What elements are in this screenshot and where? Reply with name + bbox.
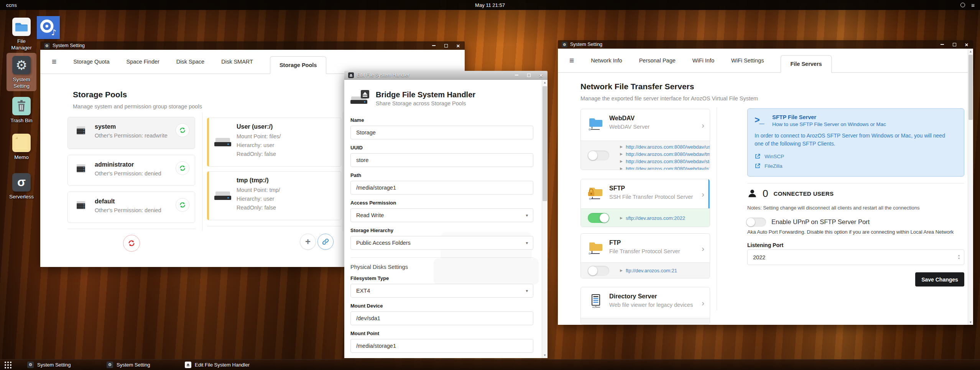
pool-card-default[interactable]: default Other's Permission: denied <box>67 192 195 223</box>
serverless-icon: σ <box>12 173 31 192</box>
desktop-icon-serverless[interactable]: σ Serverless <box>7 173 36 200</box>
page-subtitle: Manage system and permission group stora… <box>73 103 202 110</box>
taskbar-item-edit-fsh[interactable]: Edit File System Handler <box>185 360 250 370</box>
reload-pools-button[interactable] <box>123 235 140 252</box>
link-bullet-icon: ▶ <box>620 158 623 165</box>
storage-hierarchy-select[interactable]: Public Access Folders ▾ <box>350 236 533 250</box>
ftp-url-link[interactable]: ftp://dev.arozos.com:21 <box>626 267 677 274</box>
webdav-url-link[interactable]: http://dev.arozos.com:8080/webdav/tmp <box>626 151 710 158</box>
filesystem-type-select[interactable]: EXT4 ▾ <box>350 284 533 298</box>
desktop-icon-memo[interactable]: Memo <box>7 134 36 161</box>
chevron-right-icon[interactable]: › <box>702 190 704 199</box>
tab-disk-smart[interactable]: Disk SMART <box>221 59 253 65</box>
add-bridge-button[interactable]: + <box>300 234 316 250</box>
scroll-up-button[interactable]: ▲ <box>542 80 548 85</box>
scroll-down-button[interactable]: ▼ <box>968 319 973 325</box>
hamburger-menu-button[interactable]: ≡ <box>569 56 574 65</box>
app-launcher-button[interactable] <box>5 362 12 368</box>
filezilla-link[interactable]: FileZilla <box>765 163 783 169</box>
minimize-button[interactable] <box>431 43 436 48</box>
hamburger-menu-button[interactable]: ≡ <box>52 57 56 66</box>
mount-point-input[interactable] <box>350 339 533 353</box>
tab-network-info[interactable]: Network Info <box>591 57 622 64</box>
mount-device-input[interactable] <box>350 311 533 325</box>
status-circle-icon[interactable] <box>960 3 965 7</box>
webdav-folder-icon <box>587 115 605 134</box>
server-card-footer <box>581 318 710 324</box>
path-input[interactable] <box>350 181 533 195</box>
sftp-url-link[interactable]: sftp://dev.arozos.com:2022 <box>626 214 685 222</box>
maximize-button[interactable] <box>526 72 531 78</box>
fsh-title: Bridge File System Handler <box>376 90 475 99</box>
tab-file-servers[interactable]: File Servers <box>781 55 831 73</box>
menu-icon[interactable]: ≡ <box>971 2 975 8</box>
sftp-toggle[interactable] <box>588 213 609 223</box>
close-button[interactable]: × <box>455 43 461 48</box>
scrollbar[interactable]: ▲ ▼ <box>968 49 973 325</box>
divider <box>717 107 717 310</box>
desktop-icon-file-manager[interactable]: File Manager <box>7 18 36 51</box>
minimize-button[interactable] <box>939 42 945 47</box>
tab-disk-space[interactable]: Disk Space <box>176 59 204 65</box>
window-titlebar[interactable]: ⚙ System Setting × <box>40 41 465 50</box>
tab-storage-pools[interactable]: Storage Pools <box>270 56 327 74</box>
webdav-url-link[interactable]: http://dev.arozos.com:8080/webdav/user <box>626 143 710 151</box>
winscp-link[interactable]: WinSCP <box>765 154 784 159</box>
taskbar-item-system-setting-2[interactable]: ⚙ System Setting <box>107 360 150 370</box>
name-input[interactable] <box>350 126 533 139</box>
bridge-card-tmp[interactable]: tmp (tmp:/) Mount Point: tmp/ Hierarchy:… <box>207 171 341 220</box>
desktop-icon-trash-bin[interactable]: Trash Bin <box>7 97 36 124</box>
access-permission-select[interactable]: Read Write ▾ <box>350 208 533 222</box>
save-changes-button[interactable]: Save Changes <box>915 272 964 287</box>
ftp-toggle[interactable] <box>588 266 609 276</box>
chevron-right-icon[interactable]: › <box>702 244 704 253</box>
bridge-readonly: ReadOnly: false <box>237 205 276 211</box>
close-button[interactable]: × <box>964 42 969 47</box>
maximize-button[interactable] <box>443 43 449 48</box>
bridge-hierarchy: Hierarchy: user <box>237 142 274 148</box>
scroll-thumb[interactable] <box>968 55 973 120</box>
scroll-up-button[interactable]: ▲ <box>968 49 973 54</box>
tab-storage-quota[interactable]: Storage Quota <box>73 59 109 65</box>
pool-card-administrator[interactable]: administrator Other's Permission: denied <box>67 155 195 186</box>
chevron-right-icon[interactable]: › <box>702 121 704 130</box>
server-card-directory[interactable]: Directory Server Web file viewer for leg… <box>580 287 710 325</box>
upnp-toggle[interactable] <box>746 218 766 227</box>
tab-personal-page[interactable]: Personal Page <box>639 57 676 64</box>
server-card-ftp[interactable]: FTP File Transfer Protocol Server › ▶ftp… <box>580 233 710 278</box>
maximize-button[interactable] <box>952 42 957 47</box>
window-titlebar[interactable]: ⚙ System Setting × <box>558 40 973 49</box>
trash-bin-icon <box>12 97 31 115</box>
directory-list-icon <box>587 293 605 312</box>
refresh-pool-button[interactable] <box>176 161 189 175</box>
taskbar-item-system-setting-1[interactable]: ⚙ System Setting <box>27 360 71 370</box>
file-manager-icon <box>12 18 31 36</box>
desktop-icon-system-setting[interactable]: ⚙ System Setting <box>7 56 36 90</box>
tab-wifi-info[interactable]: WiFi Info <box>692 57 714 64</box>
refresh-pool-button[interactable] <box>176 123 189 137</box>
info-subtitle: How to use SFTP File Server on Windows o… <box>772 121 886 127</box>
window-system-setting-fileservers: ⚙ System Setting × ≡ Network Info Person… <box>558 40 973 325</box>
scroll-down-button[interactable]: ▼ <box>542 352 548 358</box>
minimize-button[interactable] <box>514 72 519 78</box>
tab-wifi-settings[interactable]: WiFi Settings <box>731 57 764 64</box>
bridge-card-user[interactable]: User (user:/) Mount Point: files/ Hierar… <box>207 118 341 167</box>
desktop-icon-music[interactable]: ♪ <box>37 16 60 39</box>
link-bridge-button[interactable] <box>317 234 334 250</box>
port-stepper[interactable]: ▴▾ <box>958 254 960 260</box>
listening-port-input[interactable] <box>747 249 964 265</box>
bridge-name: tmp (tmp:/) <box>237 177 269 184</box>
server-card-webdav[interactable]: WebDAV WebDAV Server › ▶http://dev.arozo… <box>580 109 710 170</box>
scroll-thumb[interactable] <box>543 86 547 201</box>
pool-card-system[interactable]: system Other's Permission: readwrite <box>67 117 195 149</box>
webdav-url-link[interactable]: http://dev.arozos.com:8080/webdav/store <box>626 158 710 165</box>
refresh-pool-button[interactable] <box>176 198 189 212</box>
tab-space-finder[interactable]: Space Finder <box>127 59 159 65</box>
server-card-sftp[interactable]: SFTP SSH File Transfer Protocol Server ›… <box>580 179 710 227</box>
close-button[interactable]: × <box>538 72 544 78</box>
uuid-input[interactable] <box>350 153 533 167</box>
webdav-toggle[interactable] <box>588 151 609 160</box>
webdav-url-link[interactable]: http://dev.arozos.com:8080/webdav/is1 <box>626 165 710 170</box>
window-titlebar[interactable]: Edit File System Handler × <box>344 71 548 80</box>
chevron-right-icon[interactable]: › <box>702 299 704 308</box>
